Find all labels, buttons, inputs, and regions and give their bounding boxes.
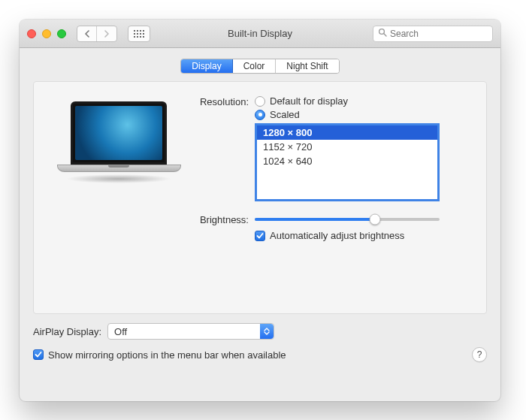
- tab-color[interactable]: Color: [233, 59, 277, 73]
- display-preview: [52, 95, 186, 183]
- display-panel: Resolution: Default for display Scaled: [33, 81, 487, 314]
- svg-rect-10: [140, 36, 141, 38]
- resolution-option[interactable]: 1152 × 720: [257, 140, 437, 154]
- mirroring-checkbox[interactable]: [33, 349, 44, 360]
- search-field[interactable]: [373, 26, 493, 42]
- titlebar: Built-in Display: [20, 20, 500, 48]
- svg-rect-1: [137, 30, 138, 32]
- help-button[interactable]: ?: [472, 347, 487, 362]
- brightness-label: Brightness:: [189, 213, 255, 225]
- radio-icon: [255, 110, 265, 120]
- svg-rect-6: [140, 33, 141, 35]
- mirroring-label: Show mirroring options in the menu bar w…: [48, 349, 286, 361]
- system-preferences-window: Built-in Display Display Color Night Shi…: [20, 20, 500, 401]
- svg-rect-0: [134, 30, 135, 32]
- svg-rect-8: [134, 36, 135, 38]
- tab-display[interactable]: Display: [181, 59, 232, 73]
- radio-icon: [255, 96, 265, 107]
- resolution-label: Resolution:: [189, 95, 255, 107]
- segmented-control: Display Color Night Shift: [180, 59, 339, 74]
- checkbox-label: Automatically adjust brightness: [270, 230, 404, 241]
- svg-rect-5: [137, 33, 138, 35]
- tab-night-shift[interactable]: Night Shift: [276, 59, 338, 73]
- airplay-value: Off: [114, 326, 127, 337]
- popup-arrows-icon: [260, 324, 274, 339]
- laptop-icon: [57, 101, 181, 183]
- fullscreen-window-button[interactable]: [57, 29, 66, 38]
- auto-brightness-checkbox[interactable]: Automatically adjust brightness: [255, 230, 468, 241]
- footer: AirPlay Display: Off Show mirroring opti…: [33, 323, 487, 362]
- slider-knob[interactable]: [369, 214, 380, 225]
- tab-bar: Display Color Night Shift: [33, 59, 487, 74]
- show-all-button[interactable]: [128, 26, 150, 42]
- svg-rect-4: [134, 33, 135, 35]
- window-body: Display Color Night Shift Resolution:: [20, 48, 500, 401]
- resolution-option[interactable]: 1280 × 800: [257, 125, 437, 140]
- forward-button[interactable]: [97, 26, 116, 41]
- search-input[interactable]: [390, 29, 500, 39]
- svg-rect-9: [137, 36, 138, 38]
- back-button[interactable]: [77, 26, 97, 41]
- nav-buttons: [77, 26, 117, 42]
- airplay-label: AirPlay Display:: [33, 326, 101, 337]
- svg-rect-7: [143, 33, 144, 35]
- close-window-button[interactable]: [27, 29, 36, 38]
- minimize-window-button[interactable]: [42, 29, 51, 38]
- brightness-slider[interactable]: [255, 213, 440, 225]
- resolution-scaled-radio[interactable]: Scaled: [255, 109, 468, 120]
- radio-label: Scaled: [270, 109, 300, 120]
- airplay-popup[interactable]: Off: [107, 323, 274, 340]
- svg-rect-3: [143, 30, 144, 32]
- svg-rect-2: [140, 30, 141, 32]
- resolution-listbox[interactable]: 1280 × 800 1152 × 720 1024 × 640: [255, 123, 440, 201]
- radio-label: Default for display: [270, 95, 348, 107]
- svg-rect-11: [143, 36, 144, 38]
- search-icon: [378, 28, 387, 39]
- svg-line-13: [384, 34, 386, 36]
- window-controls: [27, 29, 66, 38]
- checkbox-icon: [255, 231, 265, 241]
- resolution-option[interactable]: 1024 × 640: [257, 154, 437, 168]
- resolution-default-radio[interactable]: Default for display: [255, 95, 468, 107]
